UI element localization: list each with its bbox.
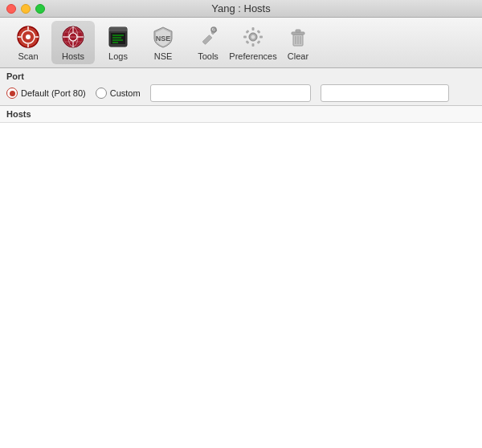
port-custom-label: Custom [110, 88, 141, 98]
tools-icon [195, 24, 221, 50]
svg-rect-36 [257, 30, 261, 34]
svg-point-30 [251, 35, 255, 39]
svg-rect-38 [257, 40, 261, 44]
svg-rect-34 [259, 36, 263, 39]
nse-label: NSE [154, 51, 173, 61]
svg-rect-32 [252, 43, 255, 47]
preferences-icon [240, 24, 266, 50]
scan-label: Scan [18, 51, 38, 61]
logs-label: Logs [108, 51, 128, 61]
svg-rect-33 [243, 36, 247, 39]
svg-rect-31 [252, 27, 255, 31]
main-content [0, 123, 482, 448]
port-default-option[interactable]: Default (Port 80) [6, 88, 86, 99]
minimize-button[interactable] [21, 4, 31, 14]
scan-icon [15, 24, 41, 50]
preferences-label: Preferences [229, 51, 276, 61]
port-custom-option[interactable]: Custom [96, 88, 141, 99]
svg-point-2 [26, 35, 31, 39]
port-input-main[interactable] [150, 84, 311, 102]
port-default-label: Default (Port 80) [21, 88, 86, 98]
port-section-label: Port [6, 71, 476, 81]
toolbar-item-nse[interactable]: NSE NSE [141, 21, 185, 64]
port-default-radio[interactable] [6, 88, 18, 99]
hosts-label: Hosts [62, 51, 84, 61]
maximize-button[interactable] [35, 4, 45, 14]
port-input-secondary[interactable] [321, 84, 449, 102]
window-title: Yang : Hosts [211, 2, 270, 14]
svg-rect-20 [109, 30, 127, 31]
svg-rect-35 [246, 30, 250, 34]
port-custom-radio[interactable] [96, 88, 107, 99]
toolbar-item-tools[interactable]: Tools [186, 21, 230, 64]
svg-rect-37 [246, 40, 250, 44]
port-row: Default (Port 80) Custom [6, 84, 476, 102]
toolbar-item-clear[interactable]: Clear [276, 21, 320, 64]
logs-icon [105, 24, 131, 50]
toolbar-item-hosts[interactable]: Hosts [51, 21, 95, 64]
hosts-icon [60, 24, 86, 50]
title-bar: Yang : Hosts [0, 0, 482, 18]
nse-icon: NSE [150, 24, 176, 50]
clear-label: Clear [288, 51, 308, 61]
tools-label: Tools [198, 51, 219, 61]
toolbar: Scan Hosts [0, 18, 482, 68]
clear-icon [285, 24, 311, 50]
window-controls [6, 4, 45, 14]
svg-rect-41 [296, 30, 300, 32]
hosts-section-header: Hosts [0, 106, 482, 123]
toolbar-item-logs[interactable]: Logs [96, 21, 140, 64]
hosts-section-label: Hosts [6, 109, 31, 119]
toolbar-item-preferences[interactable]: Preferences [231, 21, 275, 64]
svg-text:NSE: NSE [156, 35, 171, 43]
close-button[interactable] [6, 4, 16, 14]
radio-dot [10, 91, 15, 96]
toolbar-item-scan[interactable]: Scan [6, 21, 50, 64]
port-section: Port Default (Port 80) Custom [0, 68, 482, 106]
svg-rect-27 [202, 35, 212, 44]
